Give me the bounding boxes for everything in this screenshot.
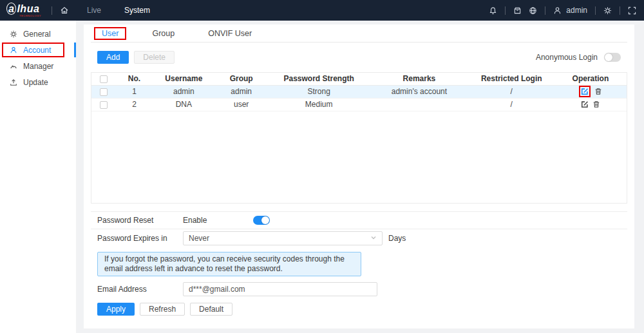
email-input[interactable] <box>183 282 377 296</box>
cell-group: user <box>214 98 268 111</box>
header-group: Group <box>214 73 268 85</box>
person-icon <box>10 46 17 54</box>
chevron-down-icon <box>370 234 377 243</box>
edit-icon[interactable] <box>581 100 589 108</box>
default-button[interactable]: Default <box>190 303 232 316</box>
cell-remarks <box>370 98 469 111</box>
sidebar: General Account Manager Update <box>0 21 76 333</box>
tab-bar: User Group ONVIF User <box>91 24 627 43</box>
username-label[interactable]: admin <box>566 6 587 15</box>
sidebar-item-general[interactable]: General <box>0 26 76 42</box>
divider <box>52 6 52 15</box>
topbar: alhua TECHNOLOGY Live System admin <box>0 0 644 21</box>
sidebar-item-label: Update <box>23 78 48 87</box>
days-label: Days <box>388 234 406 243</box>
sidebar-item-label: Manager <box>23 62 53 71</box>
trash-icon[interactable] <box>594 88 602 95</box>
password-settings-form: Password Reset Enable Password Expires i… <box>91 211 627 316</box>
password-expires-label: Password Expires in <box>97 234 183 243</box>
refresh-button[interactable]: Refresh <box>140 303 185 316</box>
delete-button[interactable]: Delete <box>134 51 175 64</box>
table-header-row: No. Username Group Password Strength Rem… <box>91 73 627 85</box>
toolbar: Add Delete Anonymous Login <box>91 43 627 72</box>
upload-icon <box>10 79 17 86</box>
cell-remarks: admin's account <box>370 85 469 98</box>
home-icon[interactable] <box>60 6 69 15</box>
row-checkbox[interactable] <box>100 88 108 96</box>
password-expires-row: Password Expires in Never Days <box>91 229 627 247</box>
active-indicator <box>74 43 76 57</box>
sidebar-item-label: General <box>23 30 51 39</box>
password-reset-info: If you forgot the password, you can rece… <box>97 252 361 276</box>
cell-restricted-login: / <box>469 98 554 111</box>
sidebar-item-label: Account <box>23 46 51 55</box>
dahua-logo: alhua TECHNOLOGY <box>6 4 41 17</box>
header-no: No. <box>115 73 153 85</box>
table-row: 2 DNA user Medium / <box>91 98 627 111</box>
edit-icon[interactable] <box>581 88 589 95</box>
tab-user[interactable]: User <box>94 27 126 40</box>
expires-selected-value: Never <box>189 234 209 243</box>
gauge-icon <box>10 62 17 70</box>
password-reset-toggle[interactable] <box>253 216 270 225</box>
enable-label: Enable <box>183 216 207 225</box>
nav-live[interactable]: Live <box>87 6 101 15</box>
content-card: User Group ONVIF User Add Delete Anonymo… <box>84 24 634 328</box>
email-address-label: Email Address <box>97 285 183 294</box>
select-all-checkbox[interactable] <box>100 75 108 83</box>
sidebar-item-manager[interactable]: Manager <box>0 58 76 74</box>
form-actions: Apply Refresh Default <box>91 297 627 316</box>
cell-restricted-login: / <box>469 85 554 98</box>
header-operation: Operation <box>554 73 627 85</box>
divider <box>595 6 596 15</box>
gear-icon[interactable] <box>603 6 612 15</box>
sidebar-item-update[interactable]: Update <box>0 74 76 90</box>
header-username: Username <box>153 73 215 85</box>
add-button[interactable]: Add <box>97 51 129 64</box>
toggle-knob <box>261 216 269 224</box>
divider <box>505 6 506 15</box>
globe-icon[interactable] <box>529 6 537 15</box>
row-checkbox[interactable] <box>100 101 108 109</box>
password-reset-label: Password Reset <box>97 216 183 225</box>
expires-select[interactable]: Never <box>183 231 383 245</box>
anonymous-login-label: Anonymous Login <box>536 53 598 62</box>
divider <box>620 6 620 15</box>
anonymous-login-toggle[interactable] <box>604 53 621 62</box>
tab-group[interactable]: Group <box>144 27 182 40</box>
bell-icon[interactable] <box>489 6 497 15</box>
logo-subtitle: TECHNOLOGY <box>19 15 41 17</box>
header-remarks: Remarks <box>370 73 469 85</box>
nav-system[interactable]: System <box>124 6 150 15</box>
email-row: Email Address <box>91 281 627 297</box>
tab-onvif-user[interactable]: ONVIF User <box>200 27 260 40</box>
annotation-box-edit <box>579 86 591 97</box>
apply-button[interactable]: Apply <box>97 303 135 316</box>
package-icon[interactable] <box>513 6 522 15</box>
main-content: User Group ONVIF User Add Delete Anonymo… <box>76 21 644 333</box>
cell-password-strength: Medium <box>268 98 370 111</box>
cell-no: 2 <box>115 98 153 111</box>
divider <box>545 6 545 15</box>
header-restricted-login: Restricted Login <box>469 73 554 85</box>
sidebar-item-account[interactable]: Account <box>0 42 76 58</box>
cell-no: 1 <box>115 85 153 98</box>
cell-group: admin <box>214 85 268 98</box>
header-password-strength: Password Strength <box>268 73 370 85</box>
trash-icon[interactable] <box>592 100 600 108</box>
toggle-knob <box>605 53 612 61</box>
table-row: 1 admin admin Strong admin's account / <box>91 85 627 98</box>
fullscreen-icon[interactable] <box>628 6 636 15</box>
cell-username: admin <box>153 85 215 98</box>
cell-password-strength: Strong <box>268 85 370 98</box>
password-reset-row: Password Reset Enable <box>91 211 627 229</box>
user-table: No. Username Group Password Strength Rem… <box>91 72 627 204</box>
cell-username: DNA <box>153 98 215 111</box>
gear-icon <box>10 30 17 38</box>
user-person-icon[interactable] <box>553 6 562 15</box>
